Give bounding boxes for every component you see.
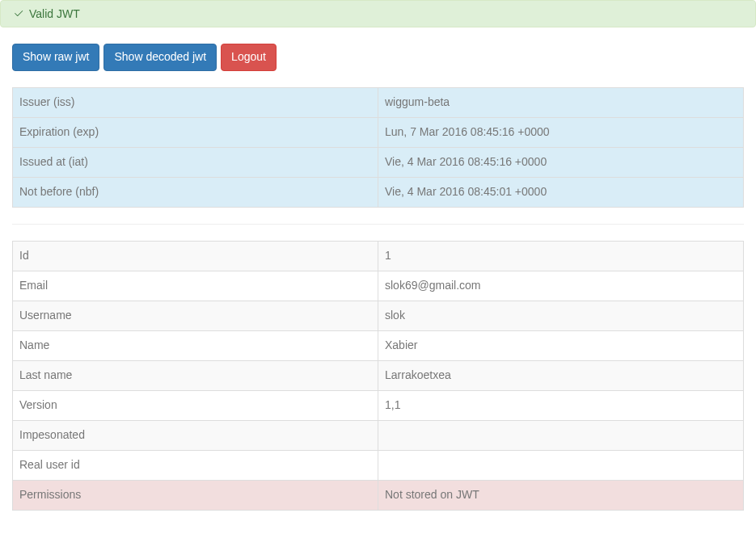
claim-value: wiggum-beta: [378, 87, 744, 117]
button-row: Show raw jwt Show decoded jwt Logout: [12, 44, 744, 71]
user-field-label: Id: [13, 241, 378, 271]
claim-value: Vie, 4 Mar 2016 08:45:16 +0000: [378, 147, 744, 177]
user-field-label: Permissions: [13, 480, 378, 510]
user-field-label: Email: [13, 271, 378, 301]
user-field-label: Last name: [13, 360, 378, 390]
claim-value: Lun, 7 Mar 2016 08:45:16 +0000: [378, 117, 744, 147]
user-field-value: slok: [378, 301, 744, 330]
table-row: Usernameslok: [13, 301, 744, 330]
user-field-value: Xabier: [378, 330, 744, 360]
user-field-value: [378, 420, 744, 450]
table-row: Emailslok69@gmail.com: [13, 271, 744, 301]
alert-message: Valid JWT: [29, 7, 80, 20]
user-info-table: Id1Emailslok69@gmail.comUsernameslokName…: [12, 241, 744, 511]
user-field-value: [378, 450, 744, 480]
user-field-value: slok69@gmail.com: [378, 271, 744, 301]
user-field-label: Username: [13, 301, 378, 330]
divider: [12, 224, 744, 225]
claim-label: Issuer (iss): [13, 87, 378, 117]
jwt-claims-table: Issuer (iss)wiggum-betaExpiration (exp)L…: [12, 87, 744, 208]
user-field-label: Real user id: [13, 450, 378, 480]
user-field-value: Not stored on JWT: [378, 480, 744, 510]
claim-value: Vie, 4 Mar 2016 08:45:01 +0000: [378, 177, 744, 207]
table-row: Not before (nbf)Vie, 4 Mar 2016 08:45:01…: [13, 177, 744, 207]
table-row: Version1,1: [13, 390, 744, 420]
alert-valid-jwt: Valid JWT: [0, 0, 756, 27]
show-decoded-jwt-button[interactable]: Show decoded jwt: [103, 44, 217, 71]
table-row: NameXabier: [13, 330, 744, 360]
table-row: Issuer (iss)wiggum-beta: [13, 87, 744, 117]
user-field-label: Version: [13, 390, 378, 420]
table-row: Last nameLarrakoetxea: [13, 360, 744, 390]
claim-label: Expiration (exp): [13, 117, 378, 147]
table-row: Expiration (exp)Lun, 7 Mar 2016 08:45:16…: [13, 117, 744, 147]
check-icon: [13, 8, 24, 19]
claim-label: Issued at (iat): [13, 147, 378, 177]
table-row: Id1: [13, 241, 744, 271]
user-field-value: 1,1: [378, 390, 744, 420]
show-raw-jwt-button[interactable]: Show raw jwt: [12, 44, 99, 71]
logout-button[interactable]: Logout: [221, 44, 277, 71]
table-row: Issued at (iat)Vie, 4 Mar 2016 08:45:16 …: [13, 147, 744, 177]
claim-label: Not before (nbf): [13, 177, 378, 207]
table-row: Real user id: [13, 450, 744, 480]
user-field-value: 1: [378, 241, 744, 271]
user-field-label: Impesonated: [13, 420, 378, 450]
table-row: Impesonated: [13, 420, 744, 450]
user-field-value: Larrakoetxea: [378, 360, 744, 390]
table-row: PermissionsNot stored on JWT: [13, 480, 744, 510]
user-field-label: Name: [13, 330, 378, 360]
